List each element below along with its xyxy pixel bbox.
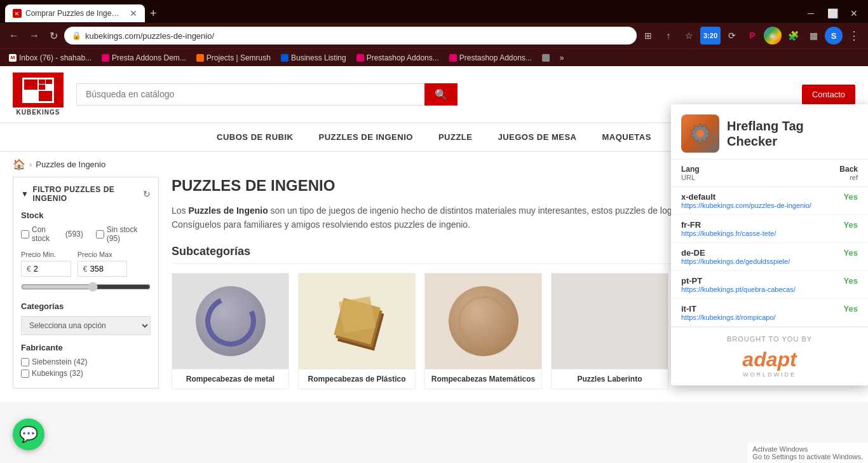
hreflang-row-top-itit: it-IT Yes [681,304,858,314]
bookmark-presta1[interactable]: Presta Addons Dem... [98,52,190,64]
menu-button[interactable]: ⋮ [845,27,863,45]
col-header-lang: Lang URL [681,165,839,181]
logo-cell-2 [39,79,52,90]
col-url-label: URL [681,174,839,181]
hreflang-gear-svg [689,122,712,145]
categories-select[interactable]: Selecciona una opción [21,316,151,335]
logo-cell-1 [24,79,37,90]
address-text: kubekings.com/puzzles-de-ingenio/ [85,31,629,41]
sin-stock-checkbox-label[interactable]: Sin stock (95) [96,225,151,243]
nav-maquetas[interactable]: MAQUETAS [602,123,651,151]
restore-button[interactable]: ⬜ [824,4,841,22]
subcat-img-matematicos [425,273,541,369]
back-button[interactable]: ← [5,27,23,44]
new-tab-button[interactable]: + [145,7,162,20]
bookmark-presta3-label: Prestashop Addons... [459,53,532,62]
gmail-favicon: M [9,54,17,62]
reload-button[interactable]: ↻ [46,27,62,45]
bookmarks-more[interactable]: » [556,52,568,64]
active-tab[interactable]: K Comprar Puzzles de Ingenio Onl... ✕ [5,4,145,22]
row-url-itit[interactable]: https://kubekings.it/rompicapo/ [681,314,858,321]
fab-siebenstein-checkbox[interactable] [21,358,29,366]
desc-intro: Los [172,205,188,216]
hreflang-row-top-frfr: fr-FR Yes [681,220,858,230]
con-stock-checkbox[interactable] [21,230,29,238]
address-bar[interactable]: 🔒 kubekings.com/puzzles-de-ingenio/ [64,27,637,45]
presta1-favicon [102,54,109,62]
close-browser-button[interactable]: ✕ [845,4,863,22]
con-stock-checkbox-label[interactable]: Con stock (593) [21,225,83,243]
col-lang-label: Lang [681,165,839,174]
fab-kubekings-label[interactable]: Kubekings (32) [21,369,151,378]
fabricante-section: Fabricante Siebenstein (42) Kubekings (3… [21,343,151,378]
precio-max-group: Precio Max € [78,251,128,277]
nav-puzzles[interactable]: PUZZLES DE INGENIO [318,123,412,151]
profile-icon[interactable]: S [825,27,843,45]
extension-puzzle-icon[interactable]: 🧩 [784,27,802,45]
sin-stock-checkbox[interactable] [96,230,104,238]
search-input[interactable] [76,83,424,106]
subcat-img-laberinto [552,273,668,369]
bookmark-star-icon[interactable]: ☆ [680,27,698,45]
share-icon[interactable]: ↑ [660,27,677,45]
nav-cubos[interactable]: CUBOS DE RUBIK [217,123,293,151]
row-url-frfr[interactable]: https://kubekings.fr/casse-tete/ [681,230,858,237]
row-url-ptpt[interactable]: https://kubekings.pt/quebra-cabecas/ [681,286,858,293]
logo-cell-3 [24,91,37,101]
precio-max-input[interactable] [90,264,121,273]
subcat-card-plastico[interactable]: Rompecabezas de Plástico [298,273,416,389]
subcat-img-metal [172,273,288,369]
search-form: 🔍 [76,83,458,106]
extension-icon-1[interactable]: 3:20 [700,27,721,45]
tab-close-button[interactable]: ✕ [130,8,137,18]
bookmark-presta3[interactable]: Prestashop Addons... [445,52,536,64]
price-slider[interactable] [21,282,151,292]
filter-title-text: FILTRO PUZZLES DE INGENIO [32,185,143,203]
home-icon[interactable]: 🏠 [13,158,25,170]
adapt-logo-group: adapt WORLDWIDE [681,348,858,378]
precio-min-label: Precio Min. [21,251,71,258]
nav-juegos[interactable]: JUEGOS DE MESA [498,123,576,151]
bookmark-semrush[interactable]: Projects | Semrush [193,52,275,64]
sidebar-toggle-icon[interactable]: ▦ [804,27,822,45]
subcat-card-metal[interactable]: Rompecabezas de metal [172,273,289,389]
filter-refresh-button[interactable]: ↻ [143,189,151,199]
sin-stock-label: Sin stock (95) [107,225,151,243]
nav-puzzle[interactable]: PUZZLE [438,123,473,151]
subcat-card-matematicos[interactable]: Rompecabezas Matemáticos [424,273,542,389]
bookmark-icon-only[interactable] [538,53,553,63]
bookmark-presta2[interactable]: Prestashop Addons... [353,52,443,64]
categories-label: Categorías [21,301,151,311]
precio-min-input[interactable] [34,264,65,273]
hreflang-row-xdefault: x-default Yes https://kubekings.com/puzz… [671,187,868,215]
search-button[interactable]: 🔍 [424,83,458,106]
bookmark-gmail-label: Inbox (76) - shahab... [19,53,92,62]
row-lang-itit: it-IT [681,304,844,314]
fab-siebenstein-label[interactable]: Siebenstein (42) [21,357,151,366]
extension-icon-2[interactable]: ⟳ [723,27,741,45]
minimize-button[interactable]: ─ [802,4,820,22]
hreflang-footer: BROUGHT TO YOU BY adapt WORLDWIDE [671,327,868,385]
hreflang-header: Hreflang TagChecker [671,104,868,160]
bookmark-business[interactable]: Business Listing [277,52,350,64]
footer-text: BROUGHT TO YOU BY [681,335,858,343]
contacto-button[interactable]: Contacto [802,85,855,104]
subcat-name-plastico: Rompecabezas de Plástico [299,369,415,389]
translate-icon[interactable]: ⊞ [639,27,657,45]
hreflang-row-itit: it-IT Yes https://kubekings.it/rompicapo… [671,299,868,327]
row-url-xdefault[interactable]: https://kubekings.com/puzzles-de-ingenio… [681,202,858,209]
logo-inner [22,78,54,103]
bookmark-icon-only-favicon [542,54,550,62]
forward-button[interactable]: → [25,27,43,44]
site-logo[interactable]: KUBEKINGS [13,73,64,116]
subcat-card-laberinto[interactable]: Puzzles Laberinto [551,273,668,389]
fab-kubekings-checkbox[interactable] [21,370,29,378]
hreflang-title: Hreflang TagChecker [727,118,804,149]
stock-row: Con stock (593) Sin stock (95) [21,225,151,243]
extension-icon-4[interactable]: ◉ [764,27,782,45]
logo-cell-4 [39,91,52,101]
row-url-dede[interactable]: https://kubekings.de/geduldsspiele/ [681,258,858,265]
tab-bar: K Comprar Puzzles de Ingenio Onl... ✕ + … [0,0,868,23]
extension-icon-3[interactable]: P [743,27,761,45]
bookmark-gmail[interactable]: M Inbox (76) - shahab... [5,52,95,64]
